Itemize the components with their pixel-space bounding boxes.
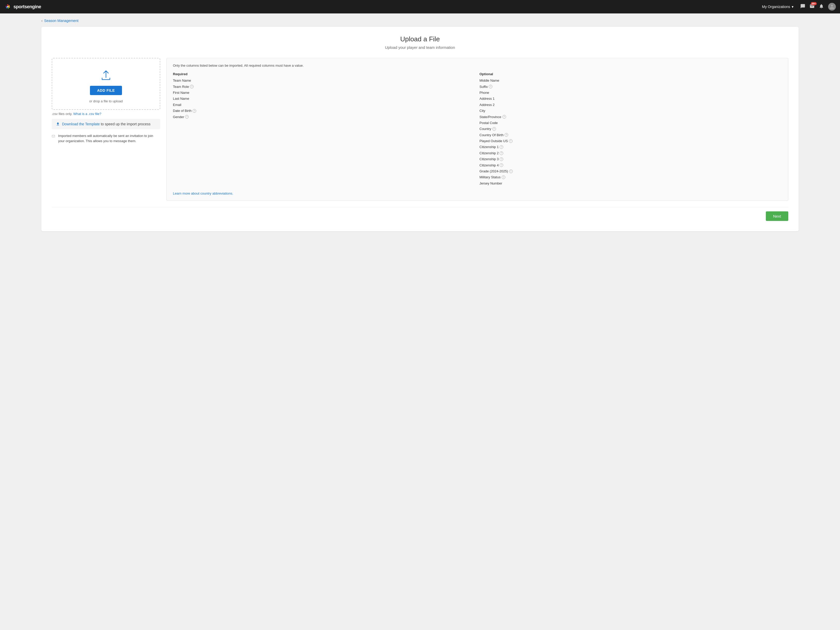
help-icon[interactable]: ? [502, 175, 505, 179]
col-gender: Gender ? [173, 114, 475, 120]
col-team-role: Team Role ? [173, 84, 475, 90]
optional-columns: Optional Middle Name Suffix ? Phone Addr… [480, 72, 782, 186]
col-dob: Date of Birth ? [173, 108, 475, 114]
svg-rect-2 [52, 135, 55, 137]
drop-text: or drop a file to upload [89, 99, 123, 103]
col-citizenship4: Citizenship 4 ? [480, 162, 782, 168]
help-icon[interactable]: ? [500, 145, 503, 149]
col-played-outside-us: Played Outside US ? [480, 138, 782, 144]
col-citizenship2: Citizenship 2 ? [480, 150, 782, 156]
header: sportsengine My Organizations ▾ 99+ [0, 0, 840, 13]
columns-grid: Required Team Name Team Role ? First Nam… [173, 72, 782, 186]
required-columns: Required Team Name Team Role ? First Nam… [173, 72, 475, 186]
help-icon[interactable]: ? [500, 163, 503, 167]
main-area: ADD FILE or drop a file to upload .csv f… [52, 58, 788, 201]
help-icon[interactable]: ? [500, 157, 503, 161]
chevron-down-icon: ▾ [792, 5, 793, 9]
csv-info-link[interactable]: What is a .csv file? [73, 112, 101, 116]
my-orgs-label: My Organizations [762, 5, 790, 9]
col-jersey-number: Jersey Number [480, 180, 782, 186]
page-subtitle: Upload your player and team information [52, 45, 788, 50]
download-icon [56, 122, 60, 126]
help-icon[interactable]: ? [502, 115, 506, 118]
col-email: Email [173, 102, 475, 108]
help-icon[interactable]: ? [509, 169, 513, 173]
required-header: Required [173, 72, 475, 76]
mail-header-icon[interactable]: 99+ [810, 4, 815, 10]
col-grade: Grade (2024-2025) ? [480, 168, 782, 174]
nbc-peacock-logo [4, 3, 11, 10]
help-icon[interactable]: ? [190, 85, 194, 88]
mail-icon [52, 133, 55, 139]
breadcrumb-arrow-icon: ‹ [41, 19, 43, 23]
help-icon[interactable]: ? [500, 152, 503, 155]
col-city: City [480, 108, 782, 114]
left-panel: ADD FILE or drop a file to upload .csv f… [52, 58, 160, 201]
svg-point-1 [7, 6, 8, 8]
col-country: Country ? [480, 126, 782, 132]
col-phone: Phone [480, 90, 782, 96]
logo-text: sportsengine [13, 4, 41, 9]
col-team-name: Team Name [173, 77, 475, 84]
card-footer: Next [52, 207, 788, 221]
columns-header-note: Only the columns listed below can be imp… [173, 63, 782, 68]
col-last-name: Last Name [173, 96, 475, 101]
download-template-text: Download the Template to speed up the im… [62, 122, 150, 126]
col-middle-name: Middle Name [480, 77, 782, 84]
invitation-text: Imported members will automatically be s… [58, 133, 160, 144]
col-country-of-birth: Country Of Birth ? [480, 132, 782, 138]
upload-icon [99, 69, 112, 82]
help-icon[interactable]: ? [509, 139, 513, 143]
help-icon[interactable]: ? [193, 109, 196, 113]
col-citizenship3: Citizenship 3 ? [480, 156, 782, 162]
page-content: ‹ Season Management Upload a File Upload… [0, 13, 840, 630]
mail-badge: 99+ [811, 2, 817, 5]
chat-icon[interactable] [800, 4, 805, 10]
help-icon[interactable]: ? [493, 127, 496, 131]
my-organizations-button[interactable]: My Organizations ▾ [759, 3, 796, 10]
next-button[interactable]: Next [766, 212, 788, 221]
col-first-name: First Name [173, 90, 475, 96]
breadcrumb[interactable]: ‹ Season Management [41, 19, 799, 23]
col-military-status: Military Status ? [480, 174, 782, 180]
upload-dropzone[interactable]: ADD FILE or drop a file to upload [52, 58, 160, 110]
col-postal-code: Postal Code [480, 120, 782, 126]
invitation-note: Imported members will automatically be s… [52, 133, 160, 144]
notification-icon[interactable] [819, 4, 824, 10]
columns-info-panel: Only the columns listed below can be imp… [166, 58, 788, 201]
col-address1: Address 1 [480, 96, 782, 101]
help-icon[interactable]: ? [185, 115, 189, 118]
breadcrumb-label: Season Management [44, 19, 79, 23]
header-left: sportsengine [4, 3, 41, 10]
help-icon[interactable]: ? [505, 133, 508, 137]
download-template-link[interactable]: Download the Template [62, 122, 100, 126]
header-right: My Organizations ▾ 99+ [759, 3, 836, 11]
col-address2: Address 2 [480, 102, 782, 108]
page-title: Upload a File [52, 35, 788, 43]
learn-more-link[interactable]: Learn more about country abbreviations. [173, 191, 782, 195]
add-file-button[interactable]: ADD FILE [90, 86, 122, 95]
user-avatar[interactable] [828, 3, 836, 11]
help-icon[interactable]: ? [489, 85, 493, 88]
col-state-province: State/Province ? [480, 114, 782, 120]
optional-header: Optional [480, 72, 782, 76]
col-suffix: Suffix ? [480, 84, 782, 90]
upload-card: Upload a File Upload your player and tea… [41, 27, 799, 231]
download-template-section: Download the Template to speed up the im… [52, 119, 160, 129]
col-citizenship1: Citizenship 1 ? [480, 144, 782, 150]
csv-note: .csv files only. What is a .csv file? [52, 112, 160, 116]
